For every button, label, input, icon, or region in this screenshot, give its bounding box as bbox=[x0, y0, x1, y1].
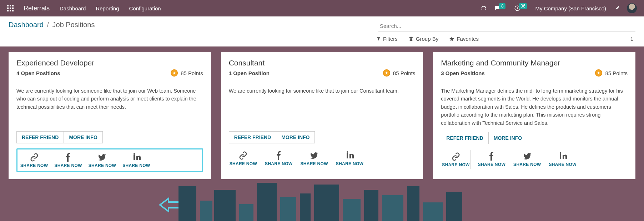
job-title: Marketing and Community Manager bbox=[441, 59, 628, 67]
control-panel: Dashboard / Job Positions Filters Group … bbox=[0, 16, 644, 46]
facebook-icon bbox=[275, 151, 283, 160]
company-selector[interactable]: My Company (San Francisco) bbox=[535, 5, 606, 11]
job-card: Marketing and Community Manager 3 Open P… bbox=[433, 52, 635, 179]
points: 85 Points bbox=[383, 69, 416, 77]
divider bbox=[441, 81, 628, 81]
divider bbox=[229, 81, 416, 81]
link-icon bbox=[30, 153, 39, 162]
refer-friend-button[interactable]: REFER FRIEND bbox=[441, 132, 488, 144]
search-input[interactable] bbox=[378, 21, 635, 31]
open-positions: 3 Open Positions bbox=[441, 70, 485, 76]
share-facebook[interactable]: SHARE NOW bbox=[477, 150, 506, 169]
nav-reporting[interactable]: Reporting bbox=[96, 5, 119, 11]
share-twitter[interactable]: SHARE NOW bbox=[88, 151, 117, 170]
coin-icon bbox=[595, 69, 602, 77]
apps-icon[interactable] bbox=[7, 5, 14, 11]
job-title: Experienced Developer bbox=[16, 59, 203, 67]
topbar: Referrals Dashboard Reporting Configurat… bbox=[0, 0, 644, 16]
svg-rect-6 bbox=[7, 10, 9, 11]
clock-icon[interactable]: 36 bbox=[514, 5, 528, 11]
svg-rect-5 bbox=[12, 8, 14, 9]
avatar[interactable] bbox=[627, 3, 637, 13]
share-twitter[interactable]: SHARE NOW bbox=[300, 149, 328, 168]
share-linkedin[interactable]: SHARE NOW bbox=[335, 149, 364, 168]
share-row-highlighted: SHARE NOW SHARE NOW SHARE NOW SHARE NOW bbox=[16, 148, 203, 172]
layers-icon bbox=[408, 36, 414, 41]
twitter-icon bbox=[310, 151, 318, 160]
linkedin-icon bbox=[558, 152, 567, 161]
app-title: Referrals bbox=[24, 5, 50, 12]
svg-point-10 bbox=[485, 9, 486, 10]
twitter-icon bbox=[98, 153, 106, 162]
svg-rect-7 bbox=[10, 10, 11, 11]
share-link[interactable]: SHARE NOW bbox=[229, 149, 258, 168]
svg-rect-3 bbox=[7, 8, 9, 9]
breadcrumb-current: Job Positions bbox=[52, 21, 95, 29]
job-card: Consultant 1 Open Position 85 Points We … bbox=[221, 52, 423, 179]
share-row: SHARE NOW SHARE NOW SHARE NOW SHARE NOW bbox=[229, 149, 416, 168]
share-row: SHARE NOW SHARE NOW SHARE NOW SHARE NOW bbox=[441, 150, 628, 169]
groupby-button[interactable]: Group By bbox=[408, 36, 438, 42]
link-icon bbox=[452, 152, 460, 161]
breadcrumb: Dashboard / Job Positions bbox=[9, 21, 95, 29]
kanban-view: Experienced Developer 4 Open Positions 8… bbox=[0, 46, 644, 179]
share-linkedin[interactable]: SHARE NOW bbox=[548, 150, 577, 169]
chat-icon[interactable]: 8 bbox=[494, 5, 507, 11]
share-linkedin[interactable]: SHARE NOW bbox=[122, 151, 151, 170]
star-icon bbox=[449, 36, 454, 41]
job-description: We are currently looking for someone lik… bbox=[16, 87, 203, 126]
twitter-icon bbox=[523, 152, 532, 161]
nav-configuration[interactable]: Configuration bbox=[129, 5, 161, 11]
job-card: Experienced Developer 4 Open Positions 8… bbox=[9, 52, 211, 179]
open-positions: 1 Open Position bbox=[229, 70, 270, 76]
share-facebook[interactable]: SHARE NOW bbox=[264, 149, 293, 168]
facebook-icon bbox=[64, 153, 72, 162]
divider bbox=[16, 81, 203, 81]
breadcrumb-parent[interactable]: Dashboard bbox=[9, 21, 44, 29]
more-info-button[interactable]: MORE INFO bbox=[276, 131, 315, 143]
share-facebook[interactable]: SHARE NOW bbox=[54, 151, 82, 170]
chat-badge: 8 bbox=[499, 3, 505, 9]
more-info-button[interactable]: MORE INFO bbox=[489, 132, 527, 144]
more-info-button[interactable]: MORE INFO bbox=[64, 131, 102, 143]
clock-badge: 36 bbox=[519, 3, 527, 9]
job-description: We are currently looking for someone lik… bbox=[229, 87, 416, 126]
breadcrumb-separator: / bbox=[47, 21, 49, 29]
share-link[interactable]: SHARE NOW bbox=[20, 151, 49, 170]
refer-friend-button[interactable]: REFER FRIEND bbox=[16, 131, 64, 143]
facebook-icon bbox=[487, 152, 496, 161]
refer-friend-button[interactable]: REFER FRIEND bbox=[229, 131, 276, 143]
nav-dashboard[interactable]: Dashboard bbox=[60, 5, 86, 11]
tools-icon[interactable] bbox=[613, 5, 620, 11]
link-icon bbox=[239, 151, 247, 160]
linkedin-icon bbox=[345, 151, 354, 160]
share-twitter[interactable]: SHARE NOW bbox=[513, 150, 542, 169]
svg-point-9 bbox=[481, 9, 482, 10]
svg-rect-0 bbox=[7, 5, 9, 6]
points: 85 Points bbox=[171, 69, 203, 77]
favorites-button[interactable]: Favorites bbox=[449, 36, 479, 42]
linkedin-icon bbox=[132, 153, 141, 162]
svg-rect-2 bbox=[12, 5, 14, 6]
coin-icon bbox=[383, 69, 390, 77]
skyline-decoration bbox=[0, 179, 644, 221]
funnel-icon bbox=[376, 36, 381, 41]
phone-icon[interactable] bbox=[481, 5, 487, 11]
page-indicator: 1 bbox=[630, 36, 633, 42]
open-positions: 4 Open Positions bbox=[16, 70, 60, 76]
coin-icon bbox=[171, 69, 178, 77]
svg-rect-1 bbox=[10, 5, 11, 6]
filters-button[interactable]: Filters bbox=[376, 36, 398, 42]
svg-rect-8 bbox=[12, 10, 14, 11]
job-description: The Marketing Manager defines the mid- t… bbox=[441, 87, 628, 127]
job-title: Consultant bbox=[229, 59, 416, 67]
share-link[interactable]: SHARE NOW bbox=[441, 150, 471, 169]
svg-rect-4 bbox=[10, 8, 11, 9]
points: 85 Points bbox=[595, 69, 628, 77]
